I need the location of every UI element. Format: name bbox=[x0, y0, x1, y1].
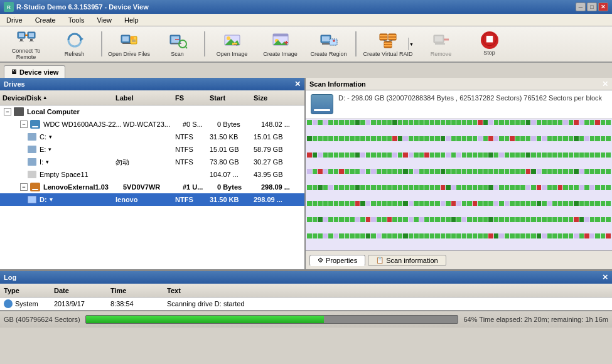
drive-fs: NTFS bbox=[175, 196, 210, 203]
create-region-button[interactable]: Create Region bbox=[305, 28, 352, 60]
scan-cell bbox=[323, 185, 328, 190]
scan-cell bbox=[505, 201, 510, 206]
open-image-button[interactable]: img Open Image bbox=[208, 28, 255, 60]
scan-cell bbox=[574, 169, 579, 174]
create-image-button[interactable]: Create Image bbox=[257, 28, 304, 60]
scan-cell bbox=[419, 217, 424, 222]
menu-help[interactable]: Help bbox=[121, 16, 142, 24]
scan-cell bbox=[307, 153, 312, 158]
scan-cell bbox=[488, 153, 493, 158]
raid-dropdown-arrow[interactable]: ▼ bbox=[408, 38, 414, 50]
scan-cell bbox=[563, 233, 568, 238]
expand-icon[interactable]: − bbox=[20, 120, 28, 128]
expand-icon[interactable]: − bbox=[4, 108, 11, 115]
scan-cell bbox=[531, 185, 536, 190]
table-row[interactable]: D: ▾ lenovo NTFS 31.50 KB 298.09 ... bbox=[0, 193, 304, 206]
menu-tools[interactable]: Tools bbox=[65, 16, 89, 24]
connect-remote-button[interactable]: Connect To Remote bbox=[3, 28, 50, 60]
log-col-header-date: Date bbox=[54, 287, 110, 294]
scan-cell bbox=[574, 136, 579, 141]
close-button[interactable]: ✕ bbox=[598, 3, 608, 11]
scan-cell bbox=[345, 169, 350, 174]
table-row[interactable]: C: ▾ NTFS 31.50 KB 15.01 GB bbox=[0, 131, 304, 143]
create-virtual-raid-button[interactable]: Create Virtual RAID ▼ bbox=[360, 28, 416, 60]
table-row[interactable]: − Local Computer bbox=[0, 105, 304, 118]
scan-cell bbox=[398, 169, 403, 174]
scan-cell bbox=[547, 185, 552, 190]
scan-cell bbox=[377, 120, 382, 125]
scan-cell bbox=[499, 201, 504, 206]
drive-name: D: bbox=[40, 196, 47, 203]
svg-rect-3 bbox=[19, 41, 24, 41]
scan-cell bbox=[451, 201, 456, 206]
dropdown-arrow[interactable]: ▾ bbox=[48, 146, 51, 153]
menu-view[interactable]: View bbox=[93, 16, 115, 24]
menu-drive[interactable]: Drive bbox=[3, 16, 26, 24]
device-view-tab[interactable]: 🖥 Device view bbox=[4, 65, 65, 78]
dropdown-arrow[interactable]: ▾ bbox=[50, 196, 53, 203]
scan-cell bbox=[334, 136, 339, 141]
dropdown-arrow[interactable]: ▾ bbox=[46, 159, 49, 165]
scan-cell bbox=[441, 185, 446, 190]
scan-panel-close[interactable]: ✕ bbox=[602, 80, 608, 88]
scan-cell bbox=[339, 201, 344, 206]
create-virtual-raid-icon bbox=[378, 30, 398, 50]
scan-cell bbox=[430, 153, 435, 158]
open-drive-files-button[interactable]: Open Drive Files bbox=[105, 28, 153, 60]
drives-panel-close[interactable]: ✕ bbox=[294, 80, 301, 88]
properties-tab[interactable]: ⚙ Properties bbox=[309, 255, 365, 266]
svg-rect-29 bbox=[273, 34, 288, 36]
drive-start: 73.80 GB bbox=[210, 158, 254, 166]
scan-cell bbox=[435, 153, 440, 158]
scan-cell bbox=[323, 120, 328, 125]
scan-panel-title: Scan Information bbox=[309, 80, 366, 88]
scan-cell bbox=[446, 136, 451, 141]
scan-cell bbox=[430, 201, 435, 206]
stop-button[interactable]: Stop bbox=[466, 28, 513, 60]
refresh-button[interactable]: Refresh bbox=[51, 28, 98, 60]
scan-cell bbox=[451, 169, 456, 174]
scan-information-tab[interactable]: 📋 Scan information bbox=[368, 255, 446, 266]
scan-cell bbox=[584, 136, 589, 141]
scan-cell bbox=[409, 185, 414, 190]
menu-create[interactable]: Create bbox=[31, 16, 60, 24]
scan-cell bbox=[441, 120, 446, 125]
scan-cell bbox=[446, 233, 451, 238]
scan-cell bbox=[569, 233, 574, 238]
scan-cell bbox=[488, 201, 493, 206]
scan-cell bbox=[601, 153, 606, 158]
scan-cell bbox=[350, 185, 355, 190]
table-row[interactable]: E: ▾ NTFS 15.01 GB 58.79 GB bbox=[0, 143, 304, 156]
maximize-button[interactable]: □ bbox=[587, 3, 597, 11]
log-panel-close[interactable]: ✕ bbox=[602, 273, 608, 282]
expand-icon[interactable]: − bbox=[20, 183, 28, 191]
scan-cell bbox=[339, 185, 344, 190]
scan-cell bbox=[419, 153, 424, 158]
scan-cell bbox=[355, 120, 360, 125]
scan-cell bbox=[366, 153, 371, 158]
dropdown-arrow[interactable]: ▾ bbox=[49, 134, 52, 140]
table-row[interactable]: I: ▾ 勿动 NTFS 73.80 GB 30.27 GB bbox=[0, 156, 304, 168]
scan-cell bbox=[387, 201, 392, 206]
minimize-button[interactable]: ─ bbox=[576, 3, 586, 11]
table-row[interactable]: − WDC WD1600AAJS-22... WD-WCAT23... #0 S… bbox=[0, 118, 304, 131]
remove-button[interactable]: Remove bbox=[417, 28, 464, 60]
scan-cell bbox=[499, 233, 504, 238]
scan-cell bbox=[579, 217, 584, 222]
scan-cell bbox=[350, 233, 355, 238]
scan-cell bbox=[601, 169, 606, 174]
refresh-label: Refresh bbox=[65, 51, 85, 58]
scan-cell bbox=[414, 233, 419, 238]
drive-start: 104.07 ... bbox=[210, 171, 254, 178]
scan-cell bbox=[334, 153, 339, 158]
scan-button[interactable]: Scan bbox=[154, 28, 201, 60]
drive-size: 148.02 ... bbox=[261, 120, 299, 128]
table-row[interactable]: − LenovoExternal1.03 5VD0V7WR #1 U... 0 … bbox=[0, 181, 304, 193]
scan-cell bbox=[526, 185, 531, 190]
scan-cell bbox=[563, 185, 568, 190]
scan-cell bbox=[350, 217, 355, 222]
table-row[interactable]: Empty Space11 104.07 ... 43.95 GB bbox=[0, 168, 304, 181]
scan-cell bbox=[360, 120, 365, 125]
toolbar-sep-2 bbox=[204, 31, 205, 56]
scan-cell bbox=[424, 185, 429, 190]
